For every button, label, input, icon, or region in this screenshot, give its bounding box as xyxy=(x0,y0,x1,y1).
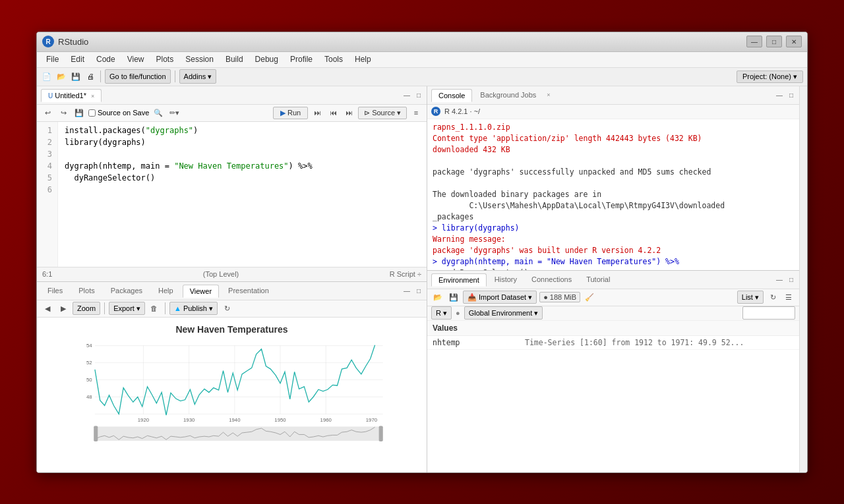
tab-label: Untitled1* xyxy=(55,92,86,99)
go-to-file-button[interactable]: Go to file/function xyxy=(105,69,171,84)
menu-debug[interactable]: Debug xyxy=(250,53,284,65)
save-file-btn[interactable]: 💾 xyxy=(73,106,86,119)
menu-file[interactable]: File xyxy=(41,53,64,65)
menu-build[interactable]: Build xyxy=(220,53,249,65)
save-icon[interactable]: 💾 xyxy=(70,70,82,82)
right-scrollbar[interactable] xyxy=(799,86,807,472)
go-to-file-label: Go to file/function xyxy=(109,72,166,80)
maximize-editor-btn[interactable]: □ xyxy=(415,91,423,99)
publish-button[interactable]: ▲ Publish ▾ xyxy=(169,302,218,315)
undo-btn[interactable]: ↩ xyxy=(41,106,54,119)
load-workspace-btn[interactable]: 📂 xyxy=(431,291,444,304)
menu-code[interactable]: Code xyxy=(91,53,121,65)
run-prev-btn[interactable]: ⏮ xyxy=(326,106,340,119)
env-row-nhtemp[interactable]: nhtemp Time-Series [1:60] from 1912 to 1… xyxy=(427,336,799,350)
r-version-button[interactable]: R ▾ xyxy=(431,306,452,320)
run-button[interactable]: ▶ Run xyxy=(273,107,308,119)
console-line-4: package 'dygraphs' successfully unpacked… xyxy=(433,167,794,178)
open-file-icon[interactable]: 📂 xyxy=(55,70,67,82)
zoom-label: Zoom xyxy=(77,304,96,312)
env-refresh-btn[interactable]: ↻ xyxy=(766,291,779,304)
minimize-button[interactable]: — xyxy=(746,36,762,47)
save-workspace-btn[interactable]: 💾 xyxy=(447,291,460,304)
source-button[interactable]: ⊳ Source ▾ xyxy=(358,107,407,119)
editor-toolbar: ↩ ↪ 💾 Source on Save 🔍 ✏▾ ▶ Run ⏭ ⏮ ⏭ xyxy=(37,105,427,122)
minimize-bottom-btn[interactable]: — xyxy=(402,287,412,295)
tab-packages[interactable]: Packages xyxy=(104,285,149,296)
menu-view[interactable]: View xyxy=(122,53,150,65)
tab-plots[interactable]: Plots xyxy=(72,285,101,296)
forward-btn[interactable]: ▶ xyxy=(57,302,70,315)
refresh-btn[interactable]: ↻ xyxy=(220,302,233,315)
env-search-input[interactable] xyxy=(742,306,795,320)
tab-tutorial[interactable]: Tutorial xyxy=(580,273,617,285)
menu-tools[interactable]: Tools xyxy=(319,53,348,65)
run-next-btn[interactable]: ⏭ xyxy=(342,106,355,119)
run-all-btn[interactable]: ⏭ xyxy=(311,106,324,119)
code-line-5: dyRangeSelector() xyxy=(65,172,420,184)
more-options-btn[interactable]: ≡ xyxy=(409,106,423,119)
tab-presentation[interactable]: Presentation xyxy=(222,285,276,296)
redo-btn[interactable]: ↪ xyxy=(57,106,70,119)
source-on-save-checkbox[interactable] xyxy=(88,109,96,117)
tab-console[interactable]: Console xyxy=(431,89,472,102)
maximize-bottom-btn[interactable]: □ xyxy=(415,287,423,295)
code-content[interactable]: install.packages("dygraphs") library(dyg… xyxy=(58,122,427,267)
import-dataset-button[interactable]: 📥 Import Dataset ▾ xyxy=(463,291,537,304)
tab-untitled1[interactable]: U Untitled1* × xyxy=(41,89,102,102)
maximize-env-btn[interactable]: □ xyxy=(787,275,795,284)
search-editor-btn[interactable]: 🔍 xyxy=(152,106,165,119)
tab-history[interactable]: History xyxy=(488,273,524,285)
r-logo-small: R xyxy=(431,107,440,116)
memory-icon: ● xyxy=(543,293,548,301)
tab-files[interactable]: Files xyxy=(41,285,69,296)
menu-profile[interactable]: Profile xyxy=(285,53,318,65)
svg-text:48: 48 xyxy=(86,394,92,400)
new-file-icon[interactable]: 📄 xyxy=(41,70,53,82)
export-button[interactable]: Export ▾ xyxy=(109,302,145,315)
menu-edit[interactable]: Edit xyxy=(65,53,90,65)
left-panel: U Untitled1* × — □ ↩ ↪ 💾 Source on Save xyxy=(37,86,427,472)
console-line-7: _packages xyxy=(433,211,794,223)
minimize-editor-btn[interactable]: — xyxy=(402,91,412,99)
right-panel: Console Background Jobs × — □ R R 4.2.1 … xyxy=(427,86,799,472)
tab-close-icon[interactable]: × xyxy=(91,93,94,99)
zoom-button[interactable]: Zoom xyxy=(73,302,100,315)
maximize-button[interactable]: □ xyxy=(766,36,782,47)
delete-plot-btn[interactable]: 🗑 xyxy=(148,302,161,315)
global-env-label: Global Environment ▾ xyxy=(469,309,539,318)
menu-plots[interactable]: Plots xyxy=(151,53,179,65)
bg-jobs-close[interactable]: × xyxy=(547,92,550,98)
tab-environment[interactable]: Environment xyxy=(431,273,487,287)
minimize-env-btn[interactable]: — xyxy=(774,275,785,284)
maximize-console-btn[interactable]: □ xyxy=(787,91,795,99)
env-section-values: Values xyxy=(427,321,799,336)
minimize-console-btn[interactable]: — xyxy=(774,91,785,99)
tab-connections[interactable]: Connections xyxy=(525,273,578,285)
addins-button[interactable]: Addins ▾ xyxy=(179,69,217,84)
tab-background-jobs[interactable]: Background Jobs xyxy=(473,89,543,101)
clear-console-btn[interactable]: 🧹 xyxy=(583,291,596,304)
env-options-btn[interactable]: ☰ xyxy=(782,291,795,304)
back-btn[interactable]: ◀ xyxy=(41,302,54,315)
code-editor[interactable]: 1 2 3 4 5 6 install.packages("dygraphs")… xyxy=(37,122,427,267)
sep1 xyxy=(100,70,101,82)
env-var-value: Time-Series [1:60] from 1912 to 1971: 49… xyxy=(525,338,794,347)
project-button[interactable]: Project: (None) ▾ xyxy=(737,70,803,83)
menu-session[interactable]: Session xyxy=(180,53,219,65)
code-line-4: dygraph(nhtemp, main = "New Haven Temper… xyxy=(65,160,420,172)
menu-help[interactable]: Help xyxy=(349,53,377,65)
close-button[interactable]: ✕ xyxy=(786,36,802,47)
print-icon[interactable]: 🖨 xyxy=(84,70,96,82)
tab-help[interactable]: Help xyxy=(152,285,180,296)
list-view-button[interactable]: List ▾ xyxy=(737,291,764,304)
main-toolbar: 📄 📂 💾 🖨 Go to file/function Addins ▾ Pro… xyxy=(37,68,807,86)
source-on-save-label[interactable]: Source on Save xyxy=(88,109,149,117)
console-output[interactable]: rapns_1.1.1.0.zip Content type 'applicat… xyxy=(427,119,799,270)
run-label: Run xyxy=(287,109,301,117)
tab-viewer[interactable]: Viewer xyxy=(183,285,219,298)
code-tools-btn[interactable]: ✏▾ xyxy=(167,106,181,119)
global-env-button[interactable]: Global Environment ▾ xyxy=(464,306,543,320)
chart-area: New Haven Temperatures xyxy=(37,318,427,472)
viewer-sep xyxy=(104,302,105,314)
